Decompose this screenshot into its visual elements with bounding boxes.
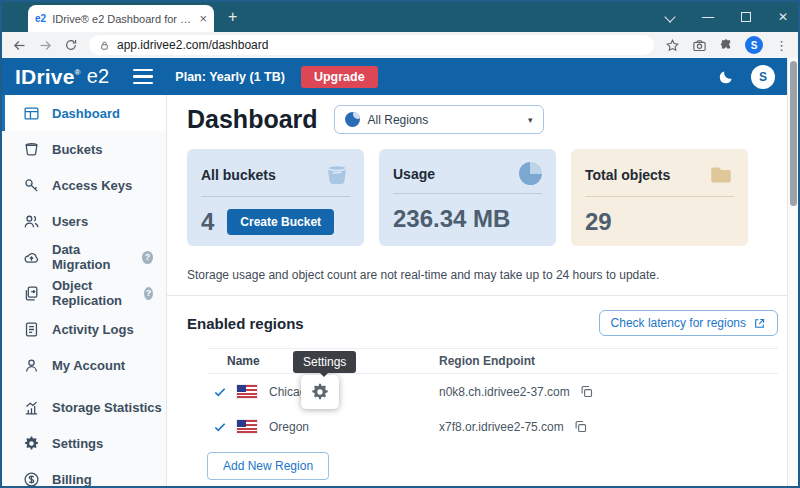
app-page: IDrive® e2 Plan: Yearly (1 TB) Upgrade S… xyxy=(2,58,798,486)
sidebar-item-billing[interactable]: Billing xyxy=(2,461,166,486)
copy-endpoint-icon[interactable] xyxy=(573,419,588,434)
sidebar-item-dashboard[interactable]: Dashboard xyxy=(2,95,166,131)
main-content: Dashboard All Regions ▾ All buckets xyxy=(167,95,798,486)
regions-table: Name Region Endpoint Chicago n0k8.ch.idr… xyxy=(207,348,778,444)
object-count: 29 xyxy=(585,208,612,236)
sidebar-item-label: Access Keys xyxy=(52,178,132,193)
page-title: Dashboard xyxy=(187,105,318,134)
card-usage: Usage 236.34 MB xyxy=(379,149,556,246)
card-title: Total objects xyxy=(585,167,670,183)
card-title: All buckets xyxy=(201,167,276,183)
create-bucket-button[interactable]: Create Bucket xyxy=(227,209,334,235)
sidebar-item-my-account[interactable]: My Account xyxy=(2,347,166,383)
card-total-objects: Total objects 29 xyxy=(571,149,748,246)
sidebar-item-label: Settings xyxy=(52,436,103,451)
add-new-region-button[interactable]: Add New Region xyxy=(207,452,329,480)
sidebar-item-label: Activity Logs xyxy=(52,322,134,337)
column-header-endpoint: Region Endpoint xyxy=(439,354,778,368)
extensions-puzzle-icon[interactable] xyxy=(719,38,733,52)
sidebar: Dashboard Buckets Access Keys Users Data… xyxy=(2,95,167,486)
sidebar-item-label: My Account xyxy=(52,358,125,373)
us-flag-icon xyxy=(237,385,257,398)
region-filter-value: All Regions xyxy=(368,113,520,127)
browser-window: e2 IDrive® e2 Dashboard for cloud × + — … xyxy=(0,0,800,488)
url-text: app.idrivee2.com/dashboard xyxy=(117,38,268,52)
idrive-e2-logo: IDrive® e2 xyxy=(15,65,109,89)
region-endpoint: x7f8.or.idrivee2-75.com xyxy=(439,420,564,434)
camera-extension-icon[interactable] xyxy=(692,38,707,53)
chevron-down-icon: ▾ xyxy=(528,115,533,125)
maximize-button[interactable] xyxy=(741,12,751,22)
plan-label: Plan: Yearly (1 TB) xyxy=(175,70,285,84)
browser-titlebar: e2 IDrive® e2 Dashboard for cloud × + — … xyxy=(2,2,798,32)
toolbar-actions: S ⋮ xyxy=(665,36,788,54)
new-tab-button[interactable]: + xyxy=(228,7,237,27)
upgrade-button[interactable]: Upgrade xyxy=(301,66,378,88)
window-controls: — ✕ xyxy=(665,2,788,32)
address-bar[interactable]: app.idrivee2.com/dashboard xyxy=(89,35,654,55)
globe-icon xyxy=(345,112,360,127)
sidebar-item-users[interactable]: Users xyxy=(2,203,166,239)
lock-icon xyxy=(99,40,110,51)
copy-endpoint-icon[interactable] xyxy=(579,384,594,399)
region-filter-dropdown[interactable]: All Regions ▾ xyxy=(334,105,544,134)
browser-menu-icon[interactable]: ⋮ xyxy=(775,38,788,53)
table-row-chicago: Chicago n0k8.ch.idrivee2-37.com xyxy=(207,374,778,409)
gear-icon xyxy=(310,382,330,402)
divider xyxy=(167,295,798,296)
settings-tooltip: Settings xyxy=(293,351,356,373)
app-header: IDrive® e2 Plan: Yearly (1 TB) Upgrade S xyxy=(2,58,787,95)
scrollbar-thumb[interactable] xyxy=(790,61,797,206)
enabled-check-icon xyxy=(213,420,227,434)
account-avatar[interactable]: S xyxy=(751,65,775,89)
window-close-button[interactable]: ✕ xyxy=(778,11,788,23)
folder-icon xyxy=(708,162,734,188)
reload-button[interactable] xyxy=(64,38,78,52)
sidebar-item-label: Billing xyxy=(52,472,92,487)
dark-mode-moon-icon[interactable] xyxy=(717,68,735,86)
table-row-oregon: Oregon x7f8.or.idrivee2-75.com xyxy=(207,409,778,444)
sidebar-item-buckets[interactable]: Buckets xyxy=(2,131,166,167)
enabled-regions-heading: Enabled regions xyxy=(187,315,304,332)
tab-close-icon[interactable]: × xyxy=(199,12,207,25)
usage-note: Storage usage and object count are not r… xyxy=(187,268,778,282)
tab-search-chevron-icon[interactable] xyxy=(665,12,675,22)
external-link-icon xyxy=(753,317,766,330)
sidebar-item-storage-statistics[interactable]: Storage Statistics xyxy=(2,389,166,425)
us-flag-icon xyxy=(237,420,257,433)
browser-toolbar: app.idrivee2.com/dashboard S ⋮ xyxy=(2,32,798,58)
region-name: Oregon xyxy=(269,420,309,434)
card-all-buckets: All buckets 4 Create Bucket xyxy=(187,149,364,246)
region-endpoint: n0k8.ch.idrivee2-37.com xyxy=(439,385,570,399)
bucket-count: 4 xyxy=(201,208,214,236)
summary-cards: All buckets 4 Create Bucket Usage xyxy=(187,149,778,246)
forward-button[interactable] xyxy=(38,38,53,53)
sidebar-item-data-migration[interactable]: Data Migration ? xyxy=(2,239,166,275)
sidebar-item-label: Storage Statistics xyxy=(52,400,162,415)
minimize-button[interactable]: — xyxy=(702,11,714,23)
back-button[interactable] xyxy=(12,38,27,53)
check-latency-button[interactable]: Check latency for regions xyxy=(599,310,778,336)
help-icon[interactable]: ? xyxy=(142,251,153,264)
browser-profile-avatar[interactable]: S xyxy=(745,36,763,54)
bookmark-star-icon[interactable] xyxy=(665,38,680,53)
sidebar-item-label: Data Migration xyxy=(52,242,130,272)
tab-title: IDrive® e2 Dashboard for cloud xyxy=(52,13,193,25)
page-scrollbar[interactable] xyxy=(787,58,798,486)
sidebar-item-activity-logs[interactable]: Activity Logs xyxy=(2,311,166,347)
sidebar-item-label: Dashboard xyxy=(52,106,120,121)
pie-chart-icon xyxy=(519,162,542,185)
site-favicon: e2 xyxy=(35,13,46,24)
sidebar-item-label: Users xyxy=(52,214,88,229)
enabled-check-icon xyxy=(213,385,227,399)
card-title: Usage xyxy=(393,166,435,182)
sidebar-item-object-replication[interactable]: Object Replication ? xyxy=(2,275,166,311)
sidebar-item-label: Object Replication xyxy=(52,278,132,308)
usage-value: 236.34 MB xyxy=(393,205,510,233)
sidebar-item-settings[interactable]: Settings xyxy=(2,425,166,461)
sidebar-item-access-keys[interactable]: Access Keys xyxy=(2,167,166,203)
sidebar-item-label: Buckets xyxy=(52,142,103,157)
help-icon[interactable]: ? xyxy=(144,287,153,300)
browser-tab[interactable]: e2 IDrive® e2 Dashboard for cloud × xyxy=(28,5,214,32)
sidebar-toggle-icon[interactable] xyxy=(133,69,153,85)
